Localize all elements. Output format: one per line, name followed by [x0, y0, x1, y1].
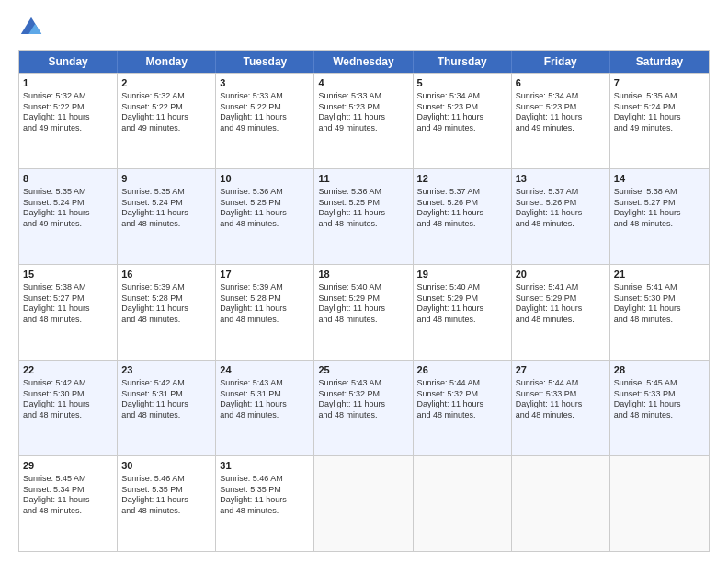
- day-number: 8: [23, 172, 113, 186]
- day-cell-1: 1Sunrise: 5:32 AMSunset: 5:22 PMDaylight…: [19, 74, 118, 168]
- logo: [18, 15, 48, 40]
- day-cell-15: 15Sunrise: 5:38 AMSunset: 5:27 PMDayligh…: [19, 265, 118, 360]
- cell-info: Sunrise: 5:34 AMSunset: 5:23 PMDaylight:…: [417, 91, 507, 134]
- header-day-wednesday: Wednesday: [314, 51, 413, 73]
- day-number: 26: [417, 363, 507, 377]
- day-cell-26: 26Sunrise: 5:44 AMSunset: 5:32 PMDayligh…: [414, 361, 512, 455]
- day-number: 12: [417, 172, 507, 186]
- day-number: 20: [516, 268, 606, 282]
- day-cell-13: 13Sunrise: 5:37 AMSunset: 5:26 PMDayligh…: [512, 169, 610, 264]
- cell-info: Sunrise: 5:32 AMSunset: 5:22 PMDaylight:…: [23, 91, 113, 134]
- cell-info: Sunrise: 5:46 AMSunset: 5:35 PMDaylight:…: [121, 474, 211, 517]
- day-cell-21: 21Sunrise: 5:41 AMSunset: 5:30 PMDayligh…: [610, 265, 709, 360]
- cell-info: Sunrise: 5:35 AMSunset: 5:24 PMDaylight:…: [23, 187, 113, 230]
- day-number: 4: [318, 76, 408, 90]
- day-number: 5: [417, 76, 507, 90]
- empty-cell: [610, 456, 709, 551]
- header-day-friday: Friday: [512, 51, 610, 73]
- cell-info: Sunrise: 5:34 AMSunset: 5:23 PMDaylight:…: [516, 91, 606, 134]
- cell-info: Sunrise: 5:45 AMSunset: 5:34 PMDaylight:…: [23, 474, 113, 517]
- day-number: 16: [121, 268, 211, 282]
- page: SundayMondayTuesdayWednesdayThursdayFrid…: [0, 0, 728, 563]
- header-day-monday: Monday: [118, 51, 216, 73]
- cell-info: Sunrise: 5:38 AMSunset: 5:27 PMDaylight:…: [23, 282, 113, 326]
- logo-icon: [18, 15, 44, 40]
- day-cell-7: 7Sunrise: 5:35 AMSunset: 5:24 PMDaylight…: [610, 74, 709, 168]
- calendar-body: 1Sunrise: 5:32 AMSunset: 5:22 PMDaylight…: [19, 73, 709, 551]
- day-cell-3: 3Sunrise: 5:33 AMSunset: 5:22 PMDaylight…: [216, 74, 314, 168]
- day-number: 31: [220, 459, 310, 473]
- calendar-row-1: 1Sunrise: 5:32 AMSunset: 5:22 PMDaylight…: [19, 73, 709, 168]
- day-number: 6: [516, 76, 606, 90]
- cell-info: Sunrise: 5:37 AMSunset: 5:26 PMDaylight:…: [417, 187, 507, 230]
- day-number: 9: [121, 172, 211, 186]
- day-number: 23: [121, 363, 211, 377]
- day-cell-29: 29Sunrise: 5:45 AMSunset: 5:34 PMDayligh…: [19, 456, 118, 551]
- header-day-tuesday: Tuesday: [216, 51, 314, 73]
- calendar-header: SundayMondayTuesdayWednesdayThursdayFrid…: [19, 51, 709, 73]
- day-number: 11: [318, 172, 408, 186]
- cell-info: Sunrise: 5:35 AMSunset: 5:24 PMDaylight:…: [614, 91, 705, 134]
- cell-info: Sunrise: 5:44 AMSunset: 5:33 PMDaylight:…: [516, 378, 606, 421]
- cell-info: Sunrise: 5:43 AMSunset: 5:31 PMDaylight:…: [220, 378, 310, 421]
- cell-info: Sunrise: 5:41 AMSunset: 5:30 PMDaylight:…: [614, 282, 705, 326]
- header-day-sunday: Sunday: [19, 51, 118, 73]
- cell-info: Sunrise: 5:35 AMSunset: 5:24 PMDaylight:…: [121, 187, 211, 230]
- day-cell-8: 8Sunrise: 5:35 AMSunset: 5:24 PMDaylight…: [19, 169, 118, 264]
- calendar-row-3: 15Sunrise: 5:38 AMSunset: 5:27 PMDayligh…: [19, 264, 709, 360]
- day-number: 2: [121, 76, 211, 90]
- day-cell-30: 30Sunrise: 5:46 AMSunset: 5:35 PMDayligh…: [118, 456, 216, 551]
- day-cell-4: 4Sunrise: 5:33 AMSunset: 5:23 PMDaylight…: [314, 74, 413, 168]
- cell-info: Sunrise: 5:36 AMSunset: 5:25 PMDaylight:…: [318, 187, 408, 230]
- day-cell-11: 11Sunrise: 5:36 AMSunset: 5:25 PMDayligh…: [314, 169, 413, 264]
- day-number: 1: [23, 76, 113, 90]
- day-cell-14: 14Sunrise: 5:38 AMSunset: 5:27 PMDayligh…: [610, 169, 709, 264]
- day-number: 19: [417, 268, 507, 282]
- cell-info: Sunrise: 5:38 AMSunset: 5:27 PMDaylight:…: [614, 187, 705, 230]
- day-cell-2: 2Sunrise: 5:32 AMSunset: 5:22 PMDaylight…: [118, 74, 216, 168]
- day-number: 25: [318, 363, 408, 377]
- empty-cell: [512, 456, 610, 551]
- cell-info: Sunrise: 5:37 AMSunset: 5:26 PMDaylight:…: [516, 187, 606, 230]
- cell-info: Sunrise: 5:42 AMSunset: 5:31 PMDaylight:…: [121, 378, 211, 421]
- day-cell-10: 10Sunrise: 5:36 AMSunset: 5:25 PMDayligh…: [216, 169, 314, 264]
- cell-info: Sunrise: 5:33 AMSunset: 5:22 PMDaylight:…: [220, 91, 310, 134]
- cell-info: Sunrise: 5:42 AMSunset: 5:30 PMDaylight:…: [23, 378, 113, 421]
- cell-info: Sunrise: 5:44 AMSunset: 5:32 PMDaylight:…: [417, 378, 507, 421]
- day-cell-18: 18Sunrise: 5:40 AMSunset: 5:29 PMDayligh…: [314, 265, 413, 360]
- day-cell-12: 12Sunrise: 5:37 AMSunset: 5:26 PMDayligh…: [414, 169, 512, 264]
- day-number: 24: [220, 363, 310, 377]
- day-cell-24: 24Sunrise: 5:43 AMSunset: 5:31 PMDayligh…: [216, 361, 314, 455]
- day-number: 17: [220, 268, 310, 282]
- day-cell-23: 23Sunrise: 5:42 AMSunset: 5:31 PMDayligh…: [118, 361, 216, 455]
- cell-info: Sunrise: 5:39 AMSunset: 5:28 PMDaylight:…: [220, 282, 310, 326]
- header: [18, 15, 710, 40]
- cell-info: Sunrise: 5:36 AMSunset: 5:25 PMDaylight:…: [220, 187, 310, 230]
- day-number: 22: [23, 363, 113, 377]
- day-number: 30: [121, 459, 211, 473]
- cell-info: Sunrise: 5:39 AMSunset: 5:28 PMDaylight:…: [121, 282, 211, 326]
- cell-info: Sunrise: 5:40 AMSunset: 5:29 PMDaylight:…: [318, 282, 408, 326]
- header-day-saturday: Saturday: [610, 51, 709, 73]
- day-number: 27: [516, 363, 606, 377]
- day-number: 18: [318, 268, 408, 282]
- cell-info: Sunrise: 5:32 AMSunset: 5:22 PMDaylight:…: [121, 91, 211, 134]
- day-number: 13: [516, 172, 606, 186]
- day-number: 29: [23, 459, 113, 473]
- day-cell-27: 27Sunrise: 5:44 AMSunset: 5:33 PMDayligh…: [512, 361, 610, 455]
- empty-cell: [314, 456, 413, 551]
- day-number: 3: [220, 76, 310, 90]
- day-cell-17: 17Sunrise: 5:39 AMSunset: 5:28 PMDayligh…: [216, 265, 314, 360]
- day-number: 7: [614, 76, 705, 90]
- day-number: 28: [614, 363, 705, 377]
- cell-info: Sunrise: 5:40 AMSunset: 5:29 PMDaylight:…: [417, 282, 507, 326]
- header-day-thursday: Thursday: [414, 51, 512, 73]
- day-cell-9: 9Sunrise: 5:35 AMSunset: 5:24 PMDaylight…: [118, 169, 216, 264]
- calendar-row-5: 29Sunrise: 5:45 AMSunset: 5:34 PMDayligh…: [19, 455, 709, 551]
- day-cell-28: 28Sunrise: 5:45 AMSunset: 5:33 PMDayligh…: [610, 361, 709, 455]
- cell-info: Sunrise: 5:46 AMSunset: 5:35 PMDaylight:…: [220, 474, 310, 517]
- cell-info: Sunrise: 5:33 AMSunset: 5:23 PMDaylight:…: [318, 91, 408, 134]
- cell-info: Sunrise: 5:43 AMSunset: 5:32 PMDaylight:…: [318, 378, 408, 421]
- calendar-row-4: 22Sunrise: 5:42 AMSunset: 5:30 PMDayligh…: [19, 360, 709, 455]
- calendar: SundayMondayTuesdayWednesdayThursdayFrid…: [18, 50, 710, 552]
